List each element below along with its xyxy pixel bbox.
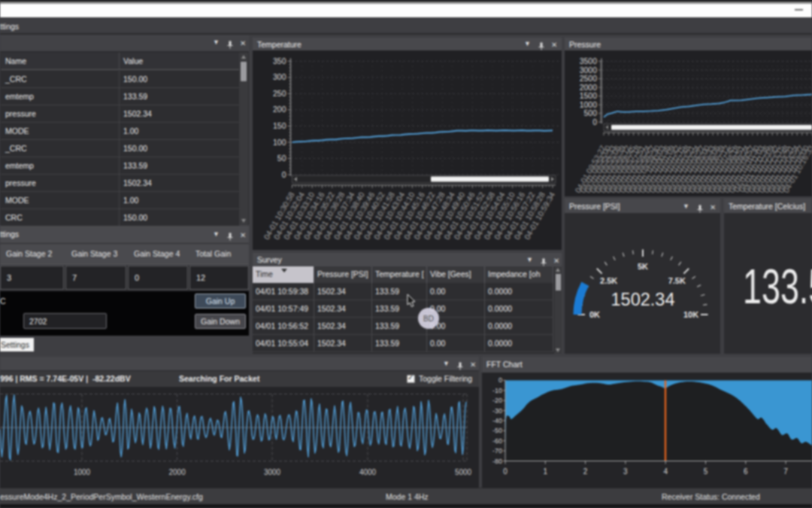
svg-text:-10: -10	[492, 387, 502, 394]
svg-text:0K: 0K	[589, 310, 600, 319]
svg-text:10K: 10K	[683, 310, 698, 319]
svg-text:0: 0	[592, 117, 597, 126]
svg-text:0: 0	[498, 376, 502, 384]
svg-text:2500: 2500	[580, 74, 598, 83]
svg-text:2.5K: 2.5K	[600, 276, 617, 285]
svg-text:350: 350	[273, 56, 286, 65]
svg-text:3000: 3000	[580, 65, 598, 75]
svg-text:3000: 3000	[264, 468, 281, 476]
svg-text:1500: 1500	[580, 91, 598, 100]
svg-text:2000: 2000	[580, 83, 598, 92]
svg-text:3: 3	[623, 467, 628, 476]
svg-text:7.5K: 7.5K	[668, 276, 686, 285]
svg-text:300: 300	[273, 72, 286, 81]
svg-text:1000: 1000	[580, 100, 598, 109]
svg-text:2: 2	[583, 467, 588, 476]
svg-text:-70: -70	[492, 447, 502, 455]
svg-text:1000: 1000	[74, 468, 91, 476]
svg-text:200: 200	[273, 105, 286, 114]
svg-text:5: 5	[704, 467, 708, 476]
svg-text:4000: 4000	[359, 468, 377, 476]
svg-text:-50: -50	[492, 427, 502, 434]
svg-text:2000: 2000	[168, 468, 186, 476]
svg-text:-40: -40	[492, 417, 502, 424]
svg-text:500: 500	[583, 108, 597, 117]
svg-text:-60: -60	[492, 437, 502, 445]
svg-text:50: 50	[277, 154, 286, 163]
svg-text:4: 4	[663, 467, 668, 476]
svg-text:150: 150	[273, 121, 286, 130]
svg-text:0: 0	[282, 170, 286, 179]
svg-text:6: 6	[744, 467, 748, 476]
svg-text:5K: 5K	[638, 262, 648, 271]
svg-text:5000: 5000	[455, 468, 472, 476]
svg-text:7: 7	[783, 467, 788, 476]
svg-text:250: 250	[273, 89, 286, 98]
svg-text:1: 1	[544, 467, 548, 476]
svg-text:-80: -80	[492, 458, 502, 465]
svg-text:-20: -20	[492, 397, 502, 404]
svg-text:3500: 3500	[580, 56, 598, 65]
svg-text:1502.34: 1502.34	[611, 290, 675, 309]
svg-text:-30: -30	[492, 407, 502, 415]
svg-text:100: 100	[273, 138, 286, 147]
svg-text:0: 0	[503, 467, 508, 476]
